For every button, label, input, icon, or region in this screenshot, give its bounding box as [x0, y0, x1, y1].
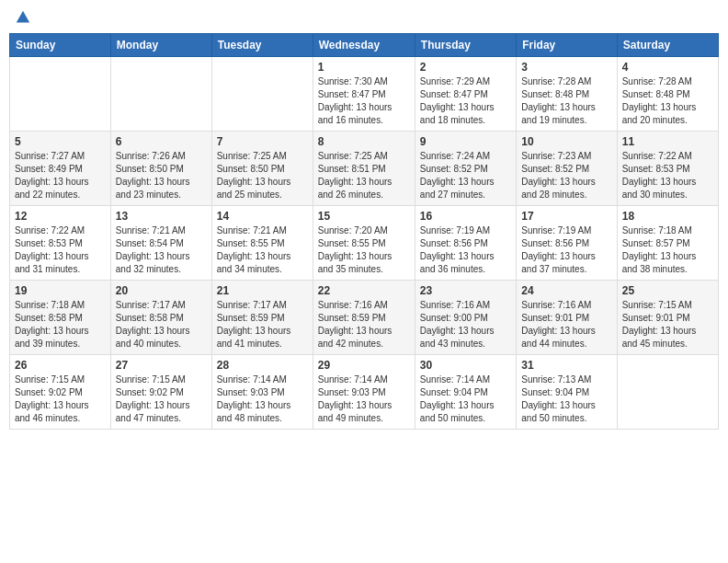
logo-icon — [15, 9, 31, 26]
day-number: 7 — [217, 135, 308, 148]
calendar-cell — [211, 57, 313, 132]
calendar-week-row: 26Sunrise: 7:15 AM Sunset: 9:02 PM Dayli… — [10, 355, 719, 430]
day-number: 13 — [116, 210, 207, 223]
day-detail: Sunrise: 7:28 AM Sunset: 8:48 PM Dayligh… — [521, 75, 611, 127]
calendar-cell — [10, 57, 111, 132]
day-detail: Sunrise: 7:22 AM Sunset: 8:53 PM Dayligh… — [622, 150, 713, 201]
calendar-cell: 18Sunrise: 7:18 AM Sunset: 8:57 PM Dayli… — [617, 206, 718, 281]
day-of-week-header: Thursday — [415, 34, 516, 57]
day-detail: Sunrise: 7:17 AM Sunset: 8:58 PM Dayligh… — [116, 299, 207, 350]
calendar-cell: 20Sunrise: 7:17 AM Sunset: 8:58 PM Dayli… — [110, 281, 211, 355]
day-number: 1 — [318, 61, 410, 74]
calendar-cell — [617, 355, 718, 430]
day-number: 19 — [15, 284, 106, 297]
day-of-week-header: Saturday — [617, 34, 718, 57]
svg-marker-0 — [17, 11, 29, 23]
calendar-week-row: 5Sunrise: 7:27 AM Sunset: 8:49 PM Daylig… — [10, 132, 719, 206]
day-detail: Sunrise: 7:13 AM Sunset: 9:04 PM Dayligh… — [521, 373, 611, 425]
day-number: 4 — [622, 61, 713, 74]
day-of-week-header: Tuesday — [211, 34, 313, 57]
calendar-cell: 17Sunrise: 7:19 AM Sunset: 8:56 PM Dayli… — [517, 206, 617, 281]
calendar-cell: 3Sunrise: 7:28 AM Sunset: 8:48 PM Daylig… — [517, 57, 617, 132]
day-detail: Sunrise: 7:24 AM Sunset: 8:52 PM Dayligh… — [420, 150, 511, 201]
day-detail: Sunrise: 7:26 AM Sunset: 8:50 PM Dayligh… — [116, 150, 207, 201]
calendar-cell: 23Sunrise: 7:16 AM Sunset: 9:00 PM Dayli… — [415, 281, 516, 355]
calendar-cell: 9Sunrise: 7:24 AM Sunset: 8:52 PM Daylig… — [415, 132, 516, 206]
day-number: 14 — [217, 210, 308, 223]
day-detail: Sunrise: 7:15 AM Sunset: 9:02 PM Dayligh… — [116, 373, 207, 425]
calendar-cell: 13Sunrise: 7:21 AM Sunset: 8:54 PM Dayli… — [110, 206, 211, 281]
calendar-cell: 1Sunrise: 7:30 AM Sunset: 8:47 PM Daylig… — [313, 57, 415, 132]
calendar-cell: 30Sunrise: 7:14 AM Sunset: 9:04 PM Dayli… — [415, 355, 516, 430]
day-number: 11 — [622, 135, 713, 148]
calendar-cell: 7Sunrise: 7:25 AM Sunset: 8:50 PM Daylig… — [211, 132, 313, 206]
calendar: SundayMondayTuesdayWednesdayThursdayFrid… — [9, 33, 719, 430]
day-number: 22 — [318, 284, 410, 297]
calendar-cell: 21Sunrise: 7:17 AM Sunset: 8:59 PM Dayli… — [211, 281, 313, 355]
day-number: 27 — [116, 359, 207, 372]
calendar-header-row: SundayMondayTuesdayWednesdayThursdayFrid… — [10, 34, 719, 57]
day-detail: Sunrise: 7:16 AM Sunset: 9:01 PM Dayligh… — [521, 299, 611, 350]
calendar-cell: 19Sunrise: 7:18 AM Sunset: 8:58 PM Dayli… — [10, 281, 111, 355]
calendar-week-row: 12Sunrise: 7:22 AM Sunset: 8:53 PM Dayli… — [10, 206, 719, 281]
day-detail: Sunrise: 7:21 AM Sunset: 8:55 PM Dayligh… — [217, 224, 308, 276]
calendar-cell: 11Sunrise: 7:22 AM Sunset: 8:53 PM Dayli… — [617, 132, 718, 206]
calendar-cell: 28Sunrise: 7:14 AM Sunset: 9:03 PM Dayli… — [211, 355, 313, 430]
day-number: 21 — [217, 284, 308, 297]
day-number: 16 — [420, 210, 511, 223]
calendar-cell: 26Sunrise: 7:15 AM Sunset: 9:02 PM Dayli… — [10, 355, 111, 430]
day-number: 2 — [420, 61, 511, 74]
day-detail: Sunrise: 7:23 AM Sunset: 8:52 PM Dayligh… — [521, 150, 611, 201]
day-detail: Sunrise: 7:16 AM Sunset: 9:00 PM Dayligh… — [420, 299, 511, 350]
day-detail: Sunrise: 7:25 AM Sunset: 8:51 PM Dayligh… — [318, 150, 410, 201]
day-of-week-header: Wednesday — [313, 34, 415, 57]
day-detail: Sunrise: 7:16 AM Sunset: 8:59 PM Dayligh… — [318, 299, 410, 350]
calendar-cell: 2Sunrise: 7:29 AM Sunset: 8:47 PM Daylig… — [415, 57, 516, 132]
day-detail: Sunrise: 7:29 AM Sunset: 8:47 PM Dayligh… — [420, 75, 511, 127]
calendar-week-row: 19Sunrise: 7:18 AM Sunset: 8:58 PM Dayli… — [10, 281, 719, 355]
day-detail: Sunrise: 7:18 AM Sunset: 8:58 PM Dayligh… — [15, 299, 106, 350]
calendar-cell: 14Sunrise: 7:21 AM Sunset: 8:55 PM Dayli… — [211, 206, 313, 281]
day-number: 6 — [116, 135, 207, 148]
day-detail: Sunrise: 7:21 AM Sunset: 8:54 PM Dayligh… — [116, 224, 207, 276]
day-detail: Sunrise: 7:14 AM Sunset: 9:03 PM Dayligh… — [318, 373, 410, 425]
calendar-cell: 8Sunrise: 7:25 AM Sunset: 8:51 PM Daylig… — [313, 132, 415, 206]
day-detail: Sunrise: 7:15 AM Sunset: 9:02 PM Dayligh… — [15, 373, 106, 425]
day-detail: Sunrise: 7:18 AM Sunset: 8:57 PM Dayligh… — [622, 224, 713, 276]
day-detail: Sunrise: 7:14 AM Sunset: 9:03 PM Dayligh… — [217, 373, 308, 425]
calendar-cell: 5Sunrise: 7:27 AM Sunset: 8:49 PM Daylig… — [10, 132, 111, 206]
day-number: 12 — [15, 210, 106, 223]
day-of-week-header: Monday — [110, 34, 211, 57]
day-number: 5 — [15, 135, 106, 148]
day-number: 26 — [15, 359, 106, 372]
calendar-cell: 16Sunrise: 7:19 AM Sunset: 8:56 PM Dayli… — [415, 206, 516, 281]
day-number: 17 — [521, 210, 611, 223]
day-number: 30 — [420, 359, 511, 372]
day-detail: Sunrise: 7:20 AM Sunset: 8:55 PM Dayligh… — [318, 224, 410, 276]
day-detail: Sunrise: 7:15 AM Sunset: 9:01 PM Dayligh… — [622, 299, 713, 350]
calendar-cell: 12Sunrise: 7:22 AM Sunset: 8:53 PM Dayli… — [10, 206, 111, 281]
calendar-cell: 6Sunrise: 7:26 AM Sunset: 8:50 PM Daylig… — [110, 132, 211, 206]
day-number: 8 — [318, 135, 410, 148]
day-detail: Sunrise: 7:22 AM Sunset: 8:53 PM Dayligh… — [15, 224, 106, 276]
day-detail: Sunrise: 7:27 AM Sunset: 8:49 PM Dayligh… — [15, 150, 106, 201]
day-detail: Sunrise: 7:14 AM Sunset: 9:04 PM Dayligh… — [420, 373, 511, 425]
calendar-cell: 29Sunrise: 7:14 AM Sunset: 9:03 PM Dayli… — [313, 355, 415, 430]
page-header — [9, 9, 719, 26]
day-detail: Sunrise: 7:28 AM Sunset: 8:48 PM Dayligh… — [622, 75, 713, 127]
day-number: 18 — [622, 210, 713, 223]
calendar-cell: 22Sunrise: 7:16 AM Sunset: 8:59 PM Dayli… — [313, 281, 415, 355]
day-detail: Sunrise: 7:30 AM Sunset: 8:47 PM Dayligh… — [318, 75, 410, 127]
calendar-cell: 31Sunrise: 7:13 AM Sunset: 9:04 PM Dayli… — [517, 355, 617, 430]
calendar-cell: 24Sunrise: 7:16 AM Sunset: 9:01 PM Dayli… — [517, 281, 617, 355]
day-number: 24 — [521, 284, 611, 297]
calendar-cell: 10Sunrise: 7:23 AM Sunset: 8:52 PM Dayli… — [517, 132, 617, 206]
day-number: 23 — [420, 284, 511, 297]
day-number: 15 — [318, 210, 410, 223]
day-detail: Sunrise: 7:25 AM Sunset: 8:50 PM Dayligh… — [217, 150, 308, 201]
calendar-cell: 15Sunrise: 7:20 AM Sunset: 8:55 PM Dayli… — [313, 206, 415, 281]
day-of-week-header: Sunday — [10, 34, 111, 57]
day-number: 20 — [116, 284, 207, 297]
calendar-cell — [110, 57, 211, 132]
day-number: 28 — [217, 359, 308, 372]
